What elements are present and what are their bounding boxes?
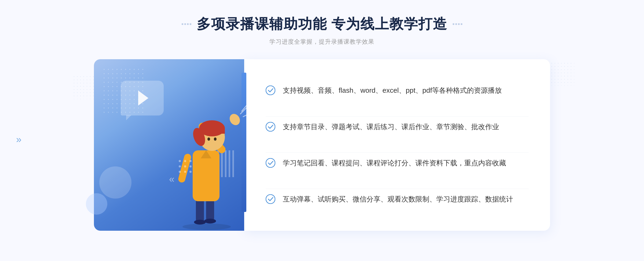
feature-item-3: 学习笔记回看、课程提问、课程评论打分、课件资料下载，重点内容收藏 bbox=[266, 152, 529, 174]
title-decorator-right bbox=[453, 23, 462, 25]
illustration-box: « bbox=[94, 59, 244, 231]
feature-item-4: 互动弹幕、试听购买、微信分享、观看次数限制、学习进度跟踪、数据统计 bbox=[266, 189, 529, 210]
deco-circle-small bbox=[86, 193, 107, 215]
svg-point-8 bbox=[228, 112, 242, 127]
svg-point-14 bbox=[207, 137, 210, 141]
svg-line-28 bbox=[241, 103, 248, 111]
svg-point-24 bbox=[189, 171, 192, 173]
check-icon-1 bbox=[266, 85, 275, 95]
svg-rect-2 bbox=[206, 199, 214, 221]
play-bubble-tail bbox=[126, 115, 131, 120]
svg-text:«: « bbox=[169, 174, 174, 185]
svg-point-16 bbox=[179, 160, 181, 162]
svg-point-32 bbox=[266, 195, 275, 204]
feature-text-2: 支持章节目录、弹题考试、课后练习、课后作业、章节测验、批改作业 bbox=[283, 121, 499, 133]
page-subtitle: 学习进度全掌握，提升录播课教学效果 bbox=[182, 38, 462, 46]
svg-point-20 bbox=[184, 165, 186, 167]
feature-text-1: 支持视频、音频、flash、word、excel、ppt、pdf等各种格式的资源… bbox=[283, 85, 502, 96]
svg-point-18 bbox=[189, 160, 192, 162]
person-illustration: « bbox=[161, 75, 252, 231]
play-triangle-icon bbox=[138, 91, 148, 106]
header-section: 多项录播课辅助功能 专为线上教学打造 学习进度全掌握，提升录播课教学效果 bbox=[182, 15, 462, 46]
check-icon-3 bbox=[266, 158, 275, 168]
svg-line-27 bbox=[243, 113, 251, 117]
content-area: « 支持视频、音频、flash、word、excel、ppt、pdf等各种格式的… bbox=[94, 59, 550, 231]
page-wrapper: » 多项录播课辅助功能 专为线上教学打造 学习进度全掌握，提升录播课教学效果 bbox=[0, 0, 644, 261]
deco-circle-large bbox=[99, 166, 131, 199]
svg-rect-9 bbox=[178, 153, 192, 183]
dots-decoration-right bbox=[550, 62, 574, 86]
feature-item-2: 支持章节目录、弹题考试、课后练习、课后作业、章节测验、批改作业 bbox=[266, 116, 529, 137]
svg-point-17 bbox=[184, 160, 186, 162]
svg-point-23 bbox=[184, 171, 186, 173]
feature-item-1: 支持视频、音频、flash、word、excel、ppt、pdf等各种格式的资源… bbox=[266, 80, 529, 101]
feature-text-4: 互动弹幕、试听购买、微信分享、观看次数限制、学习进度跟踪、数据统计 bbox=[283, 194, 513, 205]
svg-point-19 bbox=[179, 165, 181, 167]
svg-point-21 bbox=[189, 165, 192, 167]
svg-point-31 bbox=[266, 158, 275, 167]
svg-point-29 bbox=[266, 86, 275, 95]
check-icon-4 bbox=[266, 194, 275, 204]
title-row: 多项录播课辅助功能 专为线上教学打造 bbox=[182, 15, 462, 33]
svg-point-3 bbox=[194, 220, 206, 225]
svg-rect-1 bbox=[196, 199, 204, 223]
features-box: 支持视频、音频、flash、word、excel、ppt、pdf等各种格式的资源… bbox=[244, 59, 550, 231]
svg-point-4 bbox=[204, 219, 216, 223]
svg-point-15 bbox=[214, 137, 217, 141]
arrow-left-decoration: » bbox=[16, 134, 21, 145]
page-title: 多项录播课辅助功能 专为线上教学打造 bbox=[197, 15, 447, 33]
title-decorator-left bbox=[182, 23, 191, 25]
svg-point-30 bbox=[266, 122, 275, 131]
play-bubble bbox=[121, 81, 164, 115]
svg-point-0 bbox=[182, 223, 231, 230]
svg-point-22 bbox=[179, 171, 181, 173]
dots-decoration-left bbox=[72, 75, 97, 99]
feature-text-3: 学习笔记回看、课程提问、课程评论打分、课件资料下载，重点内容收藏 bbox=[283, 158, 506, 169]
check-icon-2 bbox=[266, 122, 275, 132]
